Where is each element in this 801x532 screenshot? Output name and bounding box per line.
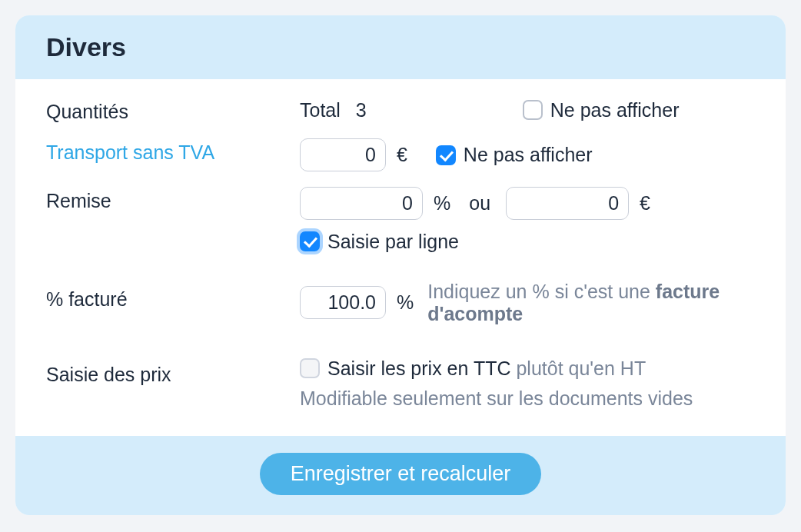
total-value: 3: [356, 99, 402, 121]
row-transport: Transport sans TVA € Ne pas afficher: [46, 131, 755, 179]
billed-hint-prefix: Indiquez un % si c'est une: [427, 281, 656, 302]
checkbox-discount-per-line-label: Saisie par ligne: [327, 231, 459, 253]
checkbox-hide-quantities-label: Ne pas afficher: [550, 99, 680, 121]
checkbox-price-ttc-box: [300, 358, 320, 378]
transport-currency: €: [397, 144, 407, 166]
billed-percent-suffix: %: [397, 291, 414, 314]
discount-currency: €: [640, 192, 650, 214]
card-footer: Enregistrer et recalculer: [15, 436, 786, 515]
content-discount: % ou € Saisie par ligne: [300, 187, 755, 253]
label-billed-percent: % facturé: [46, 281, 300, 311]
checkbox-price-ttc-label: Saisir les prix en TTC plutôt qu'en HT: [327, 357, 646, 380]
total-label: Total: [300, 99, 341, 121]
card-header: Divers: [15, 15, 786, 79]
row-discount: Remise % ou € Saisie par ligne: [46, 179, 755, 261]
discount-percent-suffix: %: [434, 192, 450, 214]
row-billed-percent: % facturé % Indiquez un % si c'est une f…: [46, 261, 755, 333]
content-price-entry: Saisir les prix en TTC plutôt qu'en HT M…: [300, 356, 755, 410]
label-discount: Remise: [46, 187, 300, 212]
billed-hint: Indiquez un % si c'est une facture d'aco…: [427, 281, 755, 325]
price-ttc-muted: plutôt qu'en HT: [516, 357, 646, 379]
row-quantities: Quantités Total 3 Ne pas afficher: [46, 90, 755, 131]
label-quantities: Quantités: [46, 98, 300, 123]
checkbox-discount-per-line-box: [300, 231, 320, 251]
card-body: Quantités Total 3 Ne pas afficher Transp…: [15, 79, 786, 436]
input-discount-amount[interactable]: [506, 187, 629, 220]
input-transport-amount[interactable]: [300, 138, 386, 171]
checkbox-discount-per-line[interactable]: Saisie par ligne: [300, 231, 459, 253]
checkbox-hide-transport-box: [436, 145, 456, 165]
label-price-entry: Saisie des prix: [46, 356, 300, 386]
row-price-entry: Saisie des prix Saisir les prix en TTC p…: [46, 333, 755, 417]
checkbox-price-ttc[interactable]: Saisir les prix en TTC plutôt qu'en HT: [300, 357, 646, 380]
content-billed-percent: % Indiquez un % si c'est une facture d'a…: [300, 281, 755, 325]
price-entry-note: Modifiable seulement sur les documents v…: [300, 387, 755, 410]
content-transport: € Ne pas afficher: [300, 138, 755, 171]
checkbox-hide-transport-label: Ne pas afficher: [464, 144, 593, 166]
checkbox-hide-quantities[interactable]: Ne pas afficher: [523, 99, 680, 121]
input-billed-percent[interactable]: [300, 286, 386, 319]
checkbox-hide-quantities-box: [523, 100, 543, 120]
checkbox-hide-transport[interactable]: Ne pas afficher: [436, 144, 593, 166]
discount-or: ou: [469, 192, 490, 214]
misc-card: Divers Quantités Total 3 Ne pas afficher…: [15, 15, 786, 515]
input-discount-percent[interactable]: [300, 187, 423, 220]
price-ttc-strong: Saisir les prix en TTC: [327, 357, 516, 379]
save-recalculate-button[interactable]: Enregistrer et recalculer: [260, 453, 542, 495]
card-title: Divers: [46, 32, 755, 62]
content-quantities: Total 3 Ne pas afficher: [300, 98, 755, 121]
label-transport[interactable]: Transport sans TVA: [46, 138, 300, 164]
